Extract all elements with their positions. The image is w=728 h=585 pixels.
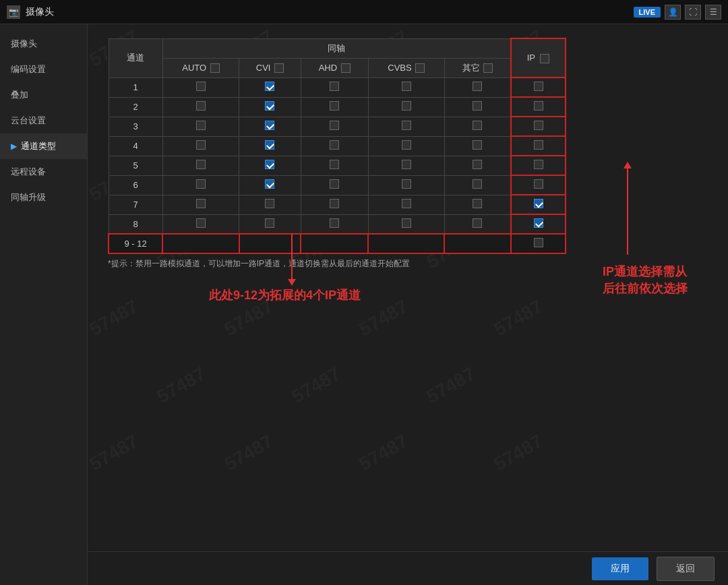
ip-3 [511,117,566,136]
cvi-5 [239,156,301,175]
cb-cvbs-3[interactable] [402,121,411,130]
channel-8: 8 [109,214,162,234]
cb-cvbs-5[interactable] [402,160,411,169]
apply-button[interactable]: 应用 [592,557,648,580]
cb-ahd-4[interactable] [330,140,339,150]
cb-auto-2[interactable] [196,101,206,111]
cb-cvi-3[interactable] [265,121,274,130]
auto-header-cb[interactable] [210,63,220,73]
cb-ahd-8[interactable] [330,218,339,228]
cb-ahd-7[interactable] [330,199,339,208]
cvbs-5 [368,156,444,175]
cb-other-7[interactable] [473,199,482,208]
cvi-6 [239,175,301,195]
cb-other-4[interactable] [473,140,482,150]
wm17: 57487 [355,296,411,341]
cb-cvi-6[interactable] [265,179,274,189]
table-row-912: 9 - 12 [109,234,566,253]
sidebar-item-overlay[interactable]: 叠加 [0,82,87,108]
sidebar-item-encoding[interactable]: 编码设置 [0,57,87,82]
cb-auto-6[interactable] [196,179,206,189]
wm20: 57487 [288,363,344,408]
cb-ip-4[interactable] [534,140,543,150]
cb-cvbs-8[interactable] [402,218,411,228]
cb-auto-4[interactable] [196,140,206,150]
cb-other-8[interactable] [473,218,482,228]
channel-4: 4 [109,136,162,156]
cb-cvi-1[interactable] [265,82,274,91]
cb-auto-5[interactable] [196,160,206,169]
bottom-bar: 应用 返回 [88,551,728,585]
sidebar-item-remote-device[interactable]: 远程设备 [0,159,87,185]
auto-1 [162,78,239,97]
cb-other-1[interactable] [473,82,482,91]
config-table: 通道 同轴 IP AUTO CVI [108,38,566,254]
user-icon-btn[interactable]: 👤 [665,5,681,20]
sidebar-item-coax-upgrade[interactable]: 同轴升级 [0,185,87,210]
cvbs-header-cb[interactable] [415,63,425,73]
auto-7 [162,195,239,214]
other-header-cb[interactable] [483,63,493,73]
sidebar: 摄像头 编码设置 叠加 云台设置 ▶ 通道类型 远程设备 同轴升级 [0,24,88,585]
cb-other-6[interactable] [473,179,482,189]
cb-ahd-2[interactable] [330,101,339,111]
sidebar-item-ptz[interactable]: 云台设置 [0,108,87,133]
cb-ip-6[interactable] [534,179,543,189]
cb-cvbs-1[interactable] [402,82,411,91]
content-area: 57487 57487 57487 57487 57487 57487 5748… [88,24,728,585]
screen-btn[interactable]: ⛶ [685,5,701,20]
other-912 [444,234,511,253]
cb-cvi-4[interactable] [265,140,274,150]
ahd-1 [301,78,368,97]
cb-ip-8[interactable] [534,218,543,228]
cb-ip-3[interactable] [534,121,543,130]
back-button[interactable]: 返回 [657,557,715,581]
cb-cvbs-6[interactable] [402,179,411,189]
app-title: 摄像头 [26,6,628,18]
ahd-header-cb[interactable] [341,63,351,73]
menu-btn[interactable]: ☰ [705,5,721,20]
cb-ahd-5[interactable] [330,160,339,169]
wm18: 57487 [490,296,546,341]
wm25: 57487 [490,431,546,476]
cb-other-2[interactable] [473,101,482,111]
cb-ip-2[interactable] [534,101,543,111]
cb-other-3[interactable] [473,121,482,130]
cb-ip-912[interactable] [534,238,543,247]
cb-auto-1[interactable] [196,82,206,91]
cb-ip-1[interactable] [534,82,543,91]
cb-ip-7[interactable] [534,199,543,208]
sidebar-item-camera[interactable]: 摄像头 [0,31,87,57]
cb-cvi-8[interactable] [265,218,274,228]
ip-5 [511,156,566,175]
ip-header-checkbox[interactable] [540,54,549,63]
cvbs-7 [368,195,444,214]
ip-912 [511,234,566,253]
cvbs-3 [368,117,444,136]
cb-auto-3[interactable] [196,121,206,130]
ip-6 [511,175,566,195]
cb-other-5[interactable] [473,160,482,169]
annotation-left-text: 此处9-12为拓展的4个IP通道 [209,287,361,304]
ahd-5 [301,156,368,175]
header-cvi: CVI [239,58,301,78]
cb-ahd-3[interactable] [330,121,339,130]
cb-cvbs-2[interactable] [402,101,411,111]
header-other: 其它 [444,58,511,78]
sidebar-item-channel-type[interactable]: ▶ 通道类型 [0,133,87,159]
ahd-3 [301,117,368,136]
cb-cvi-7[interactable] [265,199,274,208]
cb-cvi-2[interactable] [265,101,274,111]
cb-ip-5[interactable] [534,160,543,169]
cb-ahd-6[interactable] [330,179,339,189]
cvi-header-cb[interactable] [274,63,284,73]
cb-auto-8[interactable] [196,218,206,228]
wm23: 57487 [220,431,276,476]
cb-cvbs-4[interactable] [402,140,411,150]
channel-7: 7 [109,195,162,214]
cb-ahd-1[interactable] [330,82,339,91]
cb-cvbs-7[interactable] [402,199,411,208]
cb-cvi-5[interactable] [265,160,274,169]
table-row: 7 [109,195,566,214]
cb-auto-7[interactable] [196,199,206,208]
